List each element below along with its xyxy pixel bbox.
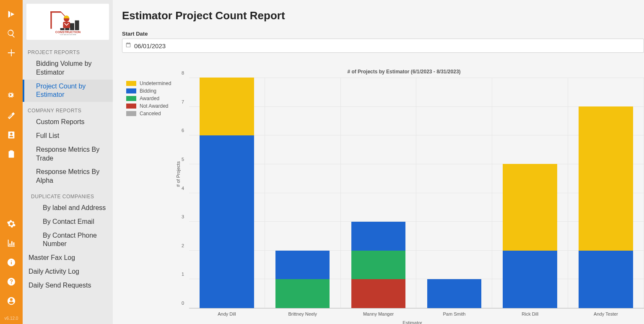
y-tick: 4 — [182, 186, 184, 191]
icon-rail: v6.12.0 — [0, 0, 23, 324]
chart-column: Andy Dill — [189, 78, 265, 308]
start-date-value: 06/01/2023 — [134, 42, 166, 49]
plus-icon[interactable] — [0, 47, 23, 59]
y-tick: 3 — [182, 214, 184, 219]
chart: # of Projects by Estimator (6/1/2023 - 8… — [122, 69, 644, 313]
nav-by-email[interactable]: By Contact Email — [23, 215, 113, 229]
legend-item[interactable]: Canceled — [126, 111, 181, 117]
calendar-icon — [122, 42, 134, 49]
start-date-input[interactable]: 06/01/2023 — [122, 39, 644, 53]
legend-item[interactable]: Bidding — [126, 88, 181, 94]
bar-segment[interactable] — [351, 251, 405, 280]
y-tick: 5 — [182, 157, 184, 162]
bar-stack[interactable] — [351, 222, 405, 308]
clipboard-icon[interactable] — [0, 148, 23, 160]
y-tick: 1 — [182, 272, 184, 277]
x-tick: Rick Dill — [492, 311, 568, 316]
y-tick: 2 — [182, 243, 184, 248]
bar-stack[interactable] — [275, 251, 330, 308]
nav-daily-activity[interactable]: Daily Activity Log — [23, 265, 113, 279]
svg-rect-5 — [70, 23, 74, 30]
chart-column: Brittney Neely — [265, 78, 341, 308]
nav-master-fax[interactable]: Master Fax Log — [23, 251, 113, 265]
nav-project-count[interactable]: Project Count by Estimator — [23, 80, 113, 102]
section-company-reports: COMPANY REPORTS — [23, 102, 113, 115]
legend-label: Awarded — [140, 96, 159, 101]
bar-segment[interactable] — [200, 78, 254, 135]
svg-rect-0 — [50, 11, 52, 29]
main-content: Estimator Project Count Report Start Dat… — [113, 0, 644, 324]
y-tick: 7 — [182, 99, 184, 104]
x-tick: Brittney Neely — [265, 311, 340, 316]
bar-stack[interactable] — [579, 106, 633, 308]
version-label: v6.12.0 — [5, 316, 18, 321]
chart-icon[interactable] — [0, 237, 23, 249]
chart-column: Pam Smith — [416, 78, 492, 308]
chart-plot: # of Projects 012345678Andy DillBrittney… — [181, 78, 644, 313]
svg-rect-6 — [75, 21, 79, 30]
chart-legend: UndeterminedBiddingAwardedNot AwardedCan… — [126, 78, 181, 313]
bar-segment[interactable] — [351, 222, 405, 251]
bar-stack[interactable] — [503, 164, 557, 308]
nav-custom-reports[interactable]: Custom Reports — [23, 115, 113, 129]
legend-label: Undetermined — [140, 80, 171, 86]
bar-segment[interactable] — [200, 135, 254, 308]
bar-segment[interactable] — [275, 251, 330, 280]
svg-text:YOUR TAGLINE GOES HERE: YOUR TAGLINE GOES HERE — [60, 34, 76, 36]
x-tick: Pam Smith — [416, 311, 492, 316]
bar-segment[interactable] — [503, 164, 557, 250]
gears-icon[interactable] — [0, 91, 23, 102]
nav-full-list[interactable]: Full List — [23, 129, 113, 143]
legend-label: Not Awarded — [140, 103, 169, 109]
chart-column: Rick Dill — [492, 78, 568, 308]
legend-item[interactable]: Not Awarded — [126, 103, 181, 109]
x-tick: Manny Manger — [341, 311, 416, 316]
y-tick: 6 — [182, 128, 184, 133]
y-tick: 8 — [182, 70, 184, 75]
info-icon[interactable] — [0, 257, 23, 268]
gear-icon[interactable] — [0, 218, 23, 230]
chart-column: Andy Tester — [568, 78, 644, 308]
bar-segment[interactable] — [275, 279, 330, 308]
bar-segment[interactable] — [503, 251, 557, 308]
bar-segment[interactable] — [579, 106, 633, 251]
nav-by-phone[interactable]: By Contact Phone Number — [23, 229, 113, 251]
legend-label: Canceled — [140, 111, 161, 117]
svg-rect-1 — [50, 11, 61, 13]
bar-segment[interactable] — [579, 251, 633, 308]
chart-title: # of Projects by Estimator (6/1/2023 - 8… — [122, 69, 644, 75]
nav-response-trade[interactable]: Response Metrics By Trade — [23, 143, 113, 166]
ruler-icon[interactable] — [0, 110, 23, 122]
start-date-label: Start Date — [122, 31, 644, 37]
x-tick: Andy Tester — [568, 311, 644, 316]
help-icon[interactable] — [0, 276, 23, 288]
section-project-reports: PROJECT REPORTS — [23, 44, 113, 57]
legend-item[interactable]: Undetermined — [126, 80, 181, 86]
bar-stack[interactable] — [427, 279, 481, 308]
page-title: Estimator Project Count Report — [122, 9, 644, 22]
y-axis-label: # of Projects — [176, 161, 181, 187]
bar-segment[interactable] — [351, 279, 405, 308]
bar-stack[interactable] — [200, 78, 254, 308]
sidebar: CONSTRUCTION YOUR TAGLINE GOES HERE PROJ… — [23, 0, 113, 324]
search-icon[interactable] — [0, 28, 23, 39]
section-duplicate: DUPLICATE COMPANIES — [23, 188, 113, 201]
x-axis-label: Estimator — [181, 320, 644, 324]
chart-column: Manny Manger — [341, 78, 417, 308]
y-tick: 0 — [182, 301, 184, 306]
nav-response-alpha[interactable]: Response Metrics By Alpha — [23, 165, 113, 188]
x-tick: Andy Dill — [189, 311, 265, 316]
bar-segment[interactable] — [427, 279, 481, 308]
user-icon[interactable] — [0, 295, 23, 307]
nav-by-label[interactable]: By label and Address — [23, 201, 113, 215]
contact-icon[interactable] — [0, 129, 23, 141]
legend-item[interactable]: Awarded — [126, 96, 181, 101]
nav-bidding-volume[interactable]: Bidding Volume by Estimator — [23, 57, 113, 80]
play-icon[interactable] — [0, 8, 23, 20]
legend-label: Bidding — [140, 88, 156, 94]
company-logo: CONSTRUCTION YOUR TAGLINE GOES HERE — [26, 4, 109, 40]
svg-text:CONSTRUCTION: CONSTRUCTION — [55, 30, 80, 34]
nav-daily-send[interactable]: Daily Send Requests — [23, 279, 113, 293]
